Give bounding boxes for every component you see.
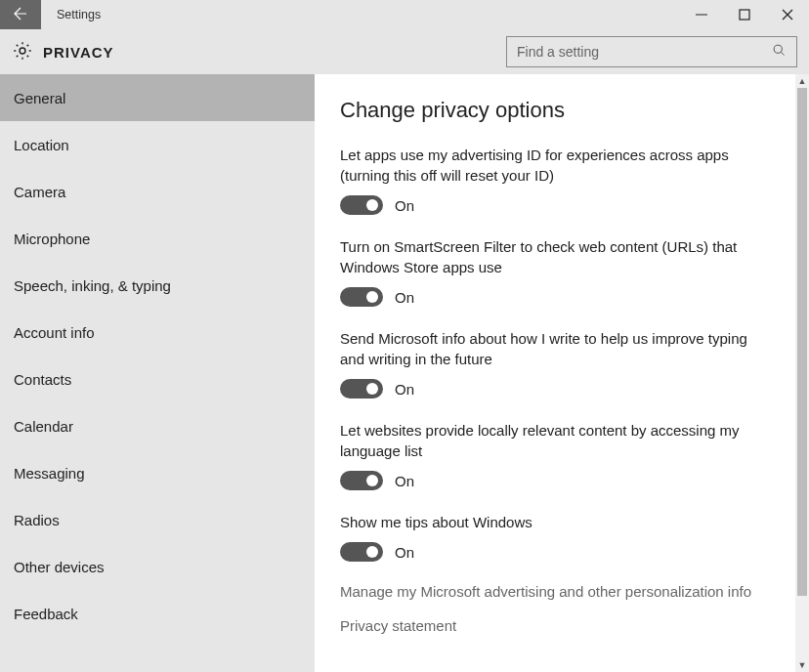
toggle-knob-icon <box>366 546 378 558</box>
privacy-option: Turn on SmartScreen Filter to check web … <box>340 236 770 307</box>
sidebar-item-label: Messaging <box>14 465 85 482</box>
sidebar-item-label: Contacts <box>14 371 71 388</box>
sidebar-item-calendar[interactable]: Calendar <box>0 402 315 449</box>
window-title: Settings <box>57 8 101 21</box>
search-input[interactable] <box>517 44 772 60</box>
close-icon <box>782 7 793 23</box>
sidebar-item-label: Radios <box>14 512 60 528</box>
sidebar-item-microphone[interactable]: Microphone <box>0 215 315 262</box>
sidebar-item-label: Feedback <box>14 606 78 622</box>
toggle-knob-icon <box>366 475 378 486</box>
sidebar-item-label: Other devices <box>14 559 105 575</box>
close-button[interactable] <box>766 0 809 29</box>
scroll-up-icon[interactable]: ▲ <box>795 74 809 88</box>
toggle-knob-icon <box>366 199 378 211</box>
back-arrow-icon <box>12 5 29 25</box>
minimize-button[interactable] <box>680 0 723 29</box>
minimize-icon <box>696 7 707 23</box>
titlebar: Settings <box>0 0 809 29</box>
sidebar-item-label: Speech, inking, & typing <box>14 277 171 294</box>
svg-point-1 <box>20 48 25 54</box>
maximize-icon <box>739 7 750 23</box>
scrollbar[interactable]: ▲ ▼ <box>795 74 809 672</box>
search-icon <box>772 43 787 61</box>
link[interactable]: Manage my Microsoft advertising and othe… <box>340 583 770 600</box>
sidebar-item-location[interactable]: Location <box>0 121 315 168</box>
option-label: Show me tips about Windows <box>340 512 770 532</box>
privacy-option: Send Microsoft info about how I write to… <box>340 328 770 399</box>
gear-icon <box>12 40 33 64</box>
toggle-knob-icon <box>366 291 378 303</box>
header: PRIVACY <box>0 29 809 74</box>
scrollbar-thumb[interactable] <box>797 88 807 596</box>
option-label: Send Microsoft info about how I write to… <box>340 328 770 369</box>
option-label: Let apps use my advertising ID for exper… <box>340 145 770 186</box>
privacy-option: Let apps use my advertising ID for exper… <box>340 145 770 215</box>
search-box[interactable] <box>506 36 797 67</box>
privacy-option: Let websites provide locally relevant co… <box>340 420 770 490</box>
toggle-state-label: On <box>395 197 414 214</box>
toggle-switch[interactable] <box>340 379 383 399</box>
sidebar-item-label: General <box>14 90 65 106</box>
toggle-state-label: On <box>395 289 414 306</box>
toggle-state-label: On <box>395 473 414 489</box>
toggle-state-label: On <box>395 381 414 398</box>
scroll-down-icon[interactable]: ▼ <box>795 658 809 672</box>
sidebar-item-label: Microphone <box>14 231 90 247</box>
sidebar-item-feedback[interactable]: Feedback <box>0 590 315 637</box>
svg-rect-0 <box>740 10 749 20</box>
sidebar: GeneralLocationCameraMicrophoneSpeech, i… <box>0 74 315 672</box>
toggle-switch[interactable] <box>340 287 383 307</box>
sidebar-item-contacts[interactable]: Contacts <box>0 356 315 402</box>
toggle-state-label: On <box>395 544 414 561</box>
option-label: Let websites provide locally relevant co… <box>340 420 770 461</box>
toggle-switch[interactable] <box>340 471 383 490</box>
sidebar-item-camera[interactable]: Camera <box>0 168 315 215</box>
toggle-knob-icon <box>366 383 378 395</box>
back-button[interactable] <box>0 0 41 29</box>
svg-point-2 <box>774 45 782 53</box>
sidebar-item-messaging[interactable]: Messaging <box>0 449 315 496</box>
sidebar-item-label: Calendar <box>14 418 73 435</box>
privacy-option: Show me tips about WindowsOn <box>340 512 770 562</box>
sidebar-item-other-devices[interactable]: Other devices <box>0 543 315 590</box>
section-title: PRIVACY <box>43 44 114 61</box>
toggle-switch[interactable] <box>340 542 383 562</box>
main-panel: Change privacy options Let apps use my a… <box>315 74 809 672</box>
toggle-switch[interactable] <box>340 195 383 215</box>
sidebar-item-radios[interactable]: Radios <box>0 496 315 543</box>
sidebar-item-label: Camera <box>14 184 65 200</box>
page-title: Change privacy options <box>340 98 770 123</box>
sidebar-item-speech-inking-typing[interactable]: Speech, inking, & typing <box>0 262 315 309</box>
sidebar-item-label: Location <box>14 137 69 153</box>
sidebar-item-general[interactable]: General <box>0 74 315 121</box>
sidebar-item-account-info[interactable]: Account info <box>0 309 315 356</box>
sidebar-item-label: Account info <box>14 324 95 341</box>
maximize-button[interactable] <box>723 0 766 29</box>
option-label: Turn on SmartScreen Filter to check web … <box>340 236 770 277</box>
link[interactable]: Privacy statement <box>340 617 770 634</box>
